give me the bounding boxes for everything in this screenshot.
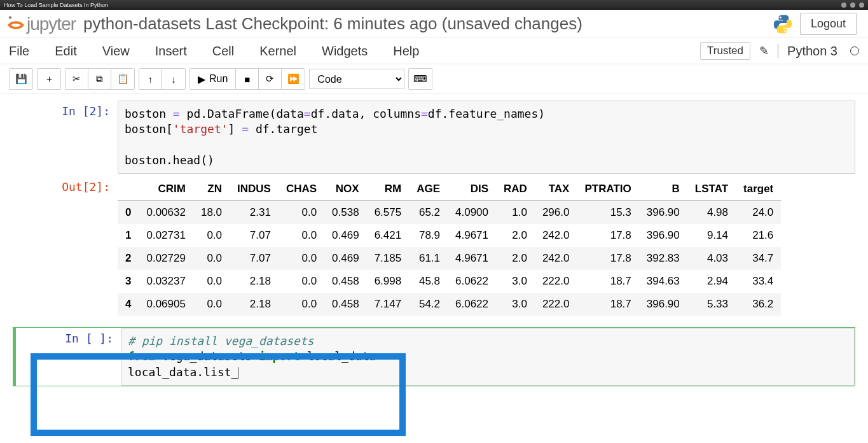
celltype-select[interactable]: Code: [309, 69, 404, 89]
table-cell: 0.02729: [139, 247, 193, 270]
table-cell: 33.4: [736, 270, 781, 293]
table-cell: 0.469: [324, 247, 367, 270]
kernel-name[interactable]: Python 3: [787, 44, 837, 59]
logout-button[interactable]: Logout: [800, 13, 857, 35]
table-cell: 0.0: [193, 270, 230, 293]
run-button[interactable]: ▶ Run: [190, 69, 236, 89]
table-cell: 3.0: [496, 293, 535, 316]
restart-run-button[interactable]: ⏩: [282, 69, 305, 89]
table-cell: 242.0: [535, 224, 577, 247]
table-cell: 4.9671: [448, 224, 496, 247]
move-down-button[interactable]: ↓: [162, 69, 185, 89]
table-cell: 34.7: [736, 247, 781, 270]
table-cell: 1.0: [496, 201, 535, 225]
menu-help[interactable]: Help: [393, 44, 419, 59]
table-cell: 7.147: [367, 293, 410, 316]
jupyter-logo-text: jupyter: [27, 14, 76, 34]
notebook-area[interactable]: In [2]: boston = pd.DataFrame(data=df.da…: [0, 94, 868, 435]
table-cell: 36.2: [736, 293, 781, 316]
maximize-icon[interactable]: [850, 3, 855, 8]
table-cell: 0.0: [279, 247, 324, 270]
table-cell: 2.18: [230, 270, 279, 293]
table-cell: 65.2: [409, 201, 448, 225]
table-cell: 6.575: [367, 201, 410, 225]
column-header: [118, 178, 139, 201]
command-palette-button[interactable]: ⌨: [409, 69, 432, 89]
code-cell-2[interactable]: In [2]: boston = pd.DataFrame(data=df.da…: [13, 101, 855, 174]
menu-edit[interactable]: Edit: [55, 44, 76, 59]
column-header: INDUS: [230, 178, 279, 201]
restart-button[interactable]: ⟳: [259, 69, 282, 89]
add-cell-button[interactable]: ＋: [38, 69, 60, 89]
browser-tab-bar: How To Load Sample Datasets In Python: [0, 0, 868, 10]
table-cell: 2.31: [230, 201, 279, 225]
code-cell-3-selected[interactable]: In [ ]: # pip install vega_datasets from…: [13, 327, 855, 386]
edit-icon[interactable]: ✎: [759, 44, 769, 58]
table-cell: 4.03: [687, 247, 736, 270]
table-row: 30.032370.02.180.00.4586.99845.86.06223.…: [118, 270, 781, 293]
table-cell: 7.07: [230, 224, 279, 247]
table-cell: 24.0: [736, 201, 781, 225]
table-cell: 0.03237: [139, 270, 193, 293]
table-cell: 296.0: [535, 201, 577, 225]
cut-button[interactable]: ✂: [65, 69, 88, 89]
table-cell: 17.8: [577, 224, 638, 247]
table-cell: 7.07: [230, 247, 279, 270]
menu-file[interactable]: File: [9, 44, 29, 59]
column-header: RM: [367, 178, 410, 201]
notebook-title[interactable]: python-datasets Last Checkpoint: 6 minut…: [83, 14, 582, 34]
text-cursor: [238, 367, 238, 379]
table-row: 40.069050.02.180.00.4587.14754.26.06223.…: [118, 293, 781, 316]
table-cell: 6.421: [367, 224, 410, 247]
menubar: File Edit View Insert Cell Kernel Widget…: [0, 38, 868, 64]
table-cell: 2: [118, 247, 139, 270]
table-cell: 0.0: [279, 224, 324, 247]
jupyter-logo[interactable]: jupyter: [6, 14, 76, 34]
table-cell: 18.7: [577, 293, 638, 316]
move-up-button[interactable]: ↑: [139, 69, 162, 89]
column-header: NOX: [324, 178, 367, 201]
table-cell: 6.998: [367, 270, 410, 293]
table-cell: 1: [118, 224, 139, 247]
table-cell: 392.83: [639, 247, 687, 270]
column-header: CHAS: [279, 178, 324, 201]
menu-insert[interactable]: Insert: [155, 44, 187, 59]
table-cell: 0.0: [279, 270, 324, 293]
table-cell: 78.9: [409, 224, 448, 247]
output-prompt: Out[2]:: [13, 176, 118, 316]
column-header: DIS: [448, 178, 496, 201]
table-cell: 0.0: [193, 224, 230, 247]
column-header: ZN: [193, 178, 230, 201]
copy-button[interactable]: ⧉: [88, 69, 111, 89]
minimize-icon[interactable]: [841, 3, 846, 8]
table-cell: 5.33: [687, 293, 736, 316]
notebook-header: jupyter python-datasets Last Checkpoint:…: [0, 10, 868, 38]
table-cell: 61.1: [409, 247, 448, 270]
kernel-status-icon: [850, 46, 859, 55]
output-cell-2: Out[2]: CRIMZNINDUSCHASNOXRMAGEDISRADTAX…: [13, 176, 855, 316]
menu-view[interactable]: View: [102, 44, 130, 59]
browser-tab-title: How To Load Sample Datasets In Python: [4, 2, 108, 8]
table-cell: 6.0622: [448, 270, 496, 293]
table-cell: 242.0: [535, 247, 577, 270]
table-cell: 54.2: [409, 293, 448, 316]
close-icon[interactable]: [859, 3, 864, 8]
code-input[interactable]: # pip install vega_datasets from vega_da…: [121, 328, 855, 386]
save-button[interactable]: 💾: [10, 69, 32, 89]
menu-kernel[interactable]: Kernel: [259, 44, 296, 59]
table-cell: 0.0: [193, 247, 230, 270]
menu-cell[interactable]: Cell: [212, 44, 234, 59]
table-cell: 17.8: [577, 247, 638, 270]
jupyter-swirl-icon: [6, 15, 25, 34]
table-cell: 0: [118, 201, 139, 225]
code-input[interactable]: boston = pd.DataFrame(data=df.data, colu…: [118, 101, 855, 174]
menu-widgets[interactable]: Widgets: [322, 44, 368, 59]
paste-button[interactable]: 📋: [111, 69, 134, 89]
column-header: AGE: [409, 178, 448, 201]
svg-point-0: [9, 16, 12, 19]
python-logo-icon: [772, 13, 794, 35]
interrupt-button[interactable]: ■: [236, 69, 259, 89]
trusted-badge[interactable]: Trusted: [700, 42, 750, 60]
table-cell: 2.0: [496, 224, 535, 247]
column-header: B: [639, 178, 687, 201]
